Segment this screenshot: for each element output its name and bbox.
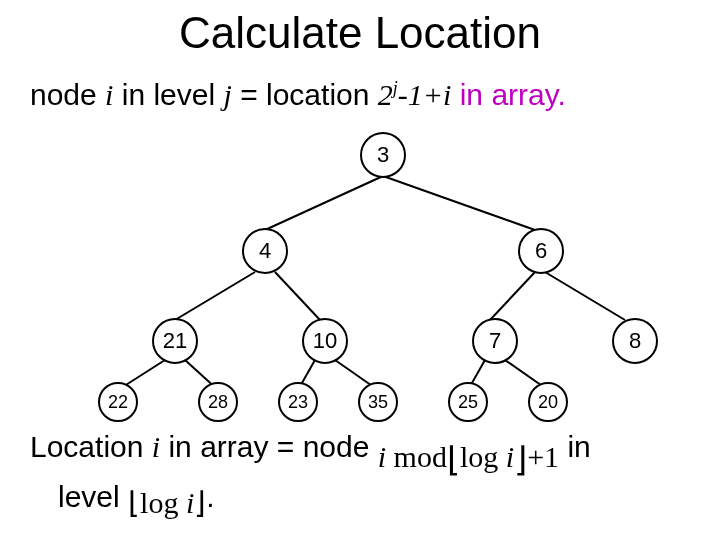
tree-node-root: 3 xyxy=(360,132,406,178)
svg-line-5 xyxy=(545,272,625,320)
tree-node: 25 xyxy=(448,382,488,422)
formula-mod: i mod⌊log i⌋+1 xyxy=(378,435,559,478)
op-log: log xyxy=(460,440,498,473)
svg-line-3 xyxy=(275,272,320,320)
floor-right-icon: ⌋ xyxy=(514,441,527,478)
text: node xyxy=(30,78,105,111)
floor-left-icon: ⌊ xyxy=(128,486,140,519)
tree-node: 20 xyxy=(528,382,568,422)
floor-left-icon: ⌊ xyxy=(447,441,460,478)
formula-line-1: node i in level j = location 2j-1+i in a… xyxy=(30,78,566,112)
tree-node: 35 xyxy=(358,382,398,422)
svg-line-2 xyxy=(175,272,255,320)
text: in level xyxy=(113,78,223,111)
svg-line-1 xyxy=(383,176,535,230)
base-2: 2 xyxy=(378,78,393,111)
text-end: in array. xyxy=(451,78,565,111)
floor-right-icon: ⌋ xyxy=(194,486,206,519)
text: -1+ xyxy=(398,78,443,111)
tree-node: 6 xyxy=(518,228,564,274)
var-i: i xyxy=(378,440,386,473)
tree-node: 23 xyxy=(278,382,318,422)
svg-line-4 xyxy=(490,272,535,320)
op-mod: mod xyxy=(386,440,447,473)
tree-edges xyxy=(0,130,720,420)
tree-node: 28 xyxy=(198,382,238,422)
tree-node: 8 xyxy=(612,318,658,364)
plus-one: +1 xyxy=(527,440,559,473)
text: in xyxy=(559,430,591,463)
svg-line-0 xyxy=(265,176,383,230)
tree-node: 21 xyxy=(152,318,198,364)
var-i: i xyxy=(178,486,194,519)
tree-node: 22 xyxy=(98,382,138,422)
var-i: i xyxy=(498,440,514,473)
text: = location xyxy=(232,78,378,111)
text: in array = node xyxy=(160,430,378,463)
var-j: j xyxy=(223,78,231,111)
tree-node: 7 xyxy=(472,318,518,364)
text: . xyxy=(206,480,214,513)
tree-node: 10 xyxy=(302,318,348,364)
formula-floor-log: ⌊log i⌋ xyxy=(128,484,206,522)
formula-line-2: Location i in array = node i mod⌊log i⌋+… xyxy=(30,428,591,521)
slide-title: Calculate Location xyxy=(0,8,720,58)
op-log: log xyxy=(140,486,178,519)
var-i: i xyxy=(152,430,160,463)
text: Location xyxy=(30,430,152,463)
binary-tree: 3 4 6 21 10 7 8 22 28 23 35 25 20 xyxy=(0,130,720,420)
slide: Calculate Location node i in level j = l… xyxy=(0,0,720,540)
text: level xyxy=(58,480,128,513)
tree-node: 4 xyxy=(242,228,288,274)
